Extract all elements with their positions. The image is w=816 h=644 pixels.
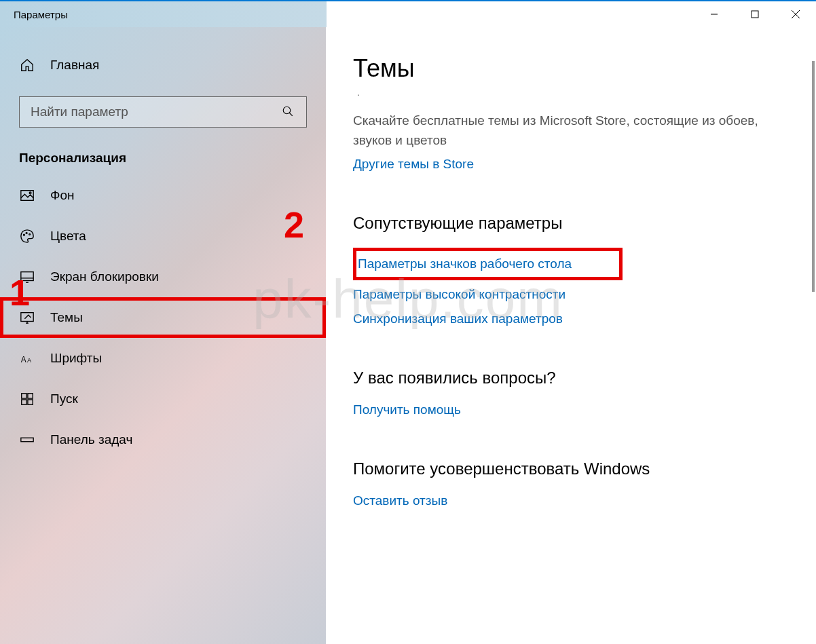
taskbar-icon <box>19 432 35 448</box>
sidebar-item-lockscreen[interactable]: Экран блокировки <box>0 257 326 297</box>
sidebar-item-themes[interactable]: Темы <box>0 297 326 338</box>
svg-text:A: A <box>21 355 26 364</box>
feedback-link[interactable]: Оставить отзыв <box>353 493 797 508</box>
related-section-title: Сопутствующие параметры <box>353 214 797 233</box>
sidebar-item-start[interactable]: Пуск <box>0 379 326 419</box>
subtitle-dot: . <box>357 87 797 98</box>
svg-rect-23 <box>21 438 33 442</box>
titlebar-title: Параметры <box>14 9 68 20</box>
sidebar-item-label: Шрифты <box>50 351 102 366</box>
scrollbar[interactable] <box>812 61 815 292</box>
svg-rect-22 <box>28 400 33 404</box>
store-link[interactable]: Другие темы в Store <box>353 157 797 172</box>
sidebar-item-label: Экран блокировки <box>50 269 159 284</box>
desktop-icons-settings-link[interactable]: Параметры значков рабочего стола <box>356 257 572 271</box>
sidebar-item-label: Темы <box>50 310 83 325</box>
svg-text:A: A <box>27 357 32 364</box>
svg-rect-21 <box>22 400 26 404</box>
svg-point-10 <box>29 233 31 235</box>
sidebar-home-label: Главная <box>50 58 99 73</box>
svg-line-5 <box>289 113 293 116</box>
sidebar: Главная Персонализация Фон Цвета Э <box>0 27 326 644</box>
svg-point-8 <box>24 234 25 235</box>
svg-rect-20 <box>28 394 33 398</box>
content: Темы . Скачайте бесплатные темы из Micro… <box>326 27 816 644</box>
sidebar-item-background[interactable]: Фон <box>0 175 326 216</box>
high-contrast-link[interactable]: Параметры высокой контрастности <box>353 287 797 302</box>
svg-point-9 <box>26 233 27 234</box>
fonts-icon: AA <box>19 350 35 366</box>
window-controls <box>694 1 816 28</box>
svg-rect-1 <box>752 11 758 18</box>
page-title: Темы <box>353 54 797 83</box>
category-header: Персонализация <box>0 134 326 175</box>
maximize-button[interactable] <box>735 1 775 28</box>
feedback-section-title: Помогите усовершенствовать Windows <box>353 459 797 478</box>
sidebar-item-label: Пуск <box>50 392 78 406</box>
annotation-2: 2 <box>284 204 304 246</box>
sidebar-item-label: Фон <box>50 188 75 203</box>
sync-settings-link[interactable]: Синхронизация ваших параметров <box>353 311 797 326</box>
annotation-1: 1 <box>10 271 30 314</box>
svg-point-4 <box>283 107 291 114</box>
svg-point-7 <box>29 192 31 194</box>
home-icon <box>19 57 35 73</box>
titlebar: Параметры <box>0 0 816 27</box>
sidebar-item-fonts[interactable]: AA Шрифты <box>0 338 326 379</box>
sidebar-item-label: Цвета <box>50 229 86 244</box>
search-input[interactable] <box>31 105 282 119</box>
sidebar-item-label: Панель задач <box>50 432 132 447</box>
image-icon <box>19 187 35 204</box>
search-box[interactable] <box>19 96 307 128</box>
questions-section-title: У вас появились вопросы? <box>353 368 797 387</box>
sidebar-item-taskbar[interactable]: Панель задач <box>0 419 326 460</box>
sidebar-home[interactable]: Главная <box>0 48 326 83</box>
minimize-button[interactable] <box>694 1 735 28</box>
start-icon <box>19 391 35 407</box>
get-help-link[interactable]: Получить помощь <box>353 402 797 417</box>
svg-rect-19 <box>22 394 26 398</box>
themes-description: Скачайте бесплатные темы из Microsoft St… <box>353 111 797 150</box>
close-button[interactable] <box>775 1 816 28</box>
highlighted-desktop-icons-link: Параметры значков рабочего стола <box>353 248 623 280</box>
palette-icon <box>19 228 35 244</box>
sidebar-item-colors[interactable]: Цвета <box>0 216 326 257</box>
app-body: Главная Персонализация Фон Цвета Э <box>0 27 816 644</box>
search-icon <box>282 105 295 119</box>
